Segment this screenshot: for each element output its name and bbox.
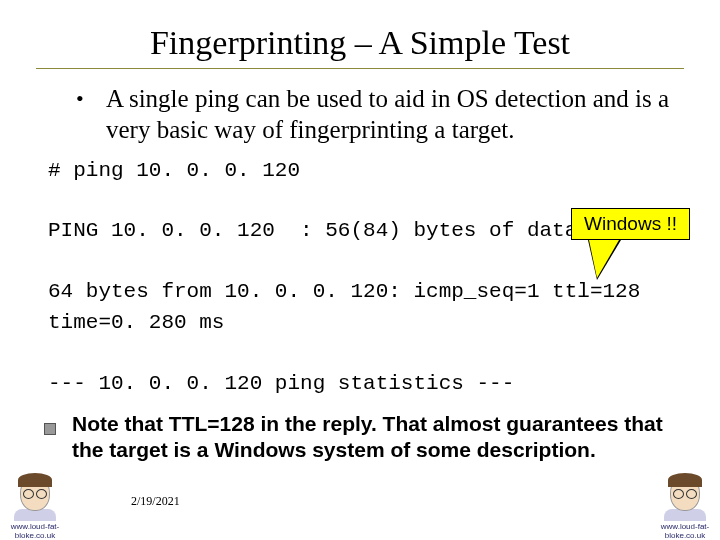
code-line-1: # ping 10. 0. 0. 120 xyxy=(48,159,300,182)
date-stamp: 2/19/2021 xyxy=(131,494,180,509)
avatar-icon xyxy=(664,471,706,521)
slide-title: Fingerprinting – A Simple Test xyxy=(26,24,694,62)
code-line-3: 64 bytes from 10. 0. 0. 120: icmp_seq=1 … xyxy=(48,280,653,333)
bullet-text: A single ping can be used to aid in OS d… xyxy=(106,83,674,146)
title-underline xyxy=(36,68,684,69)
note-marker xyxy=(44,411,72,464)
callout-tail xyxy=(589,240,619,278)
square-icon xyxy=(44,423,56,435)
note-text: Note that TTL=128 in the reply. That alm… xyxy=(72,411,668,464)
avatar-icon xyxy=(14,471,56,521)
note-bullet: Note that TTL=128 in the reply. That alm… xyxy=(26,399,694,464)
slide: Fingerprinting – A Simple Test • A singl… xyxy=(0,0,720,540)
corner-left: www.loud-fat-bloke.co.uk xyxy=(0,471,70,540)
callout: Windows !! xyxy=(571,208,690,240)
code-line-4: --- 10. 0. 0. 120 ping statistics --- xyxy=(48,372,514,395)
callout-label: Windows !! xyxy=(571,208,690,240)
watermark-left: www.loud-fat-bloke.co.uk xyxy=(0,522,70,540)
corner-right: www.loud-fat-bloke.co.uk xyxy=(650,471,720,540)
watermark-right: www.loud-fat-bloke.co.uk xyxy=(650,522,720,540)
main-bullet: • A single ping can be used to aid in OS… xyxy=(26,83,694,146)
bullet-marker: • xyxy=(76,83,106,146)
code-line-2: PING 10. 0. 0. 120 : 56(84) bytes of dat… xyxy=(48,219,590,242)
